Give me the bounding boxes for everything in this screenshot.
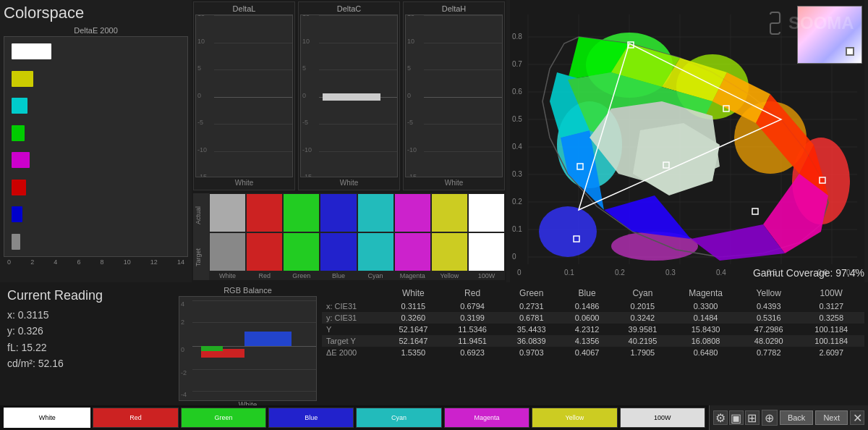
delta-chart-l: DeltaL 151050-5-10-15 White — [193, 1, 295, 190]
svg-text:0.8: 0.8 — [512, 33, 522, 41]
grid-line — [214, 151, 292, 152]
x-axis-label: 6 — [77, 258, 80, 266]
svg-text:0.1: 0.1 — [564, 269, 574, 277]
bar-row — [12, 68, 184, 90]
color-bar — [12, 43, 51, 59]
table-cell: 0.1486 — [561, 300, 613, 312]
table-cell: 0.0600 — [561, 312, 613, 324]
deltae-label: DeltaE 2000 — [4, 26, 188, 35]
svg-text:0: 0 — [517, 269, 522, 277]
color-button[interactable]: Red — [93, 408, 178, 428]
rgb-blue-bar — [244, 332, 292, 346]
svg-text:0.3: 0.3 — [665, 269, 676, 277]
x-axis-label: 0 — [7, 258, 11, 266]
table-header — [322, 286, 384, 300]
color-button[interactable]: Cyan — [356, 408, 441, 428]
table-cell: 4.2312 — [561, 324, 613, 335]
table-cell: 0.2731 — [502, 300, 561, 312]
table-cell: 0.9703 — [502, 347, 561, 358]
swatch-actual — [394, 193, 431, 232]
swatch-actual — [357, 193, 394, 232]
table-cell: 0.6781 — [502, 312, 561, 324]
color-bar — [12, 125, 25, 141]
y-axis-label: -15 — [302, 173, 312, 177]
table-cell: 0.3127 — [799, 300, 864, 312]
layout-icon[interactable]: ⊞ — [745, 410, 760, 425]
back-button[interactable]: Back — [780, 410, 813, 425]
y-axis-label: 10 — [197, 38, 205, 45]
swatch-target — [468, 232, 505, 271]
grid-line — [424, 124, 502, 125]
delta-chart-c: DeltaC 151050-5-10-15 White — [298, 1, 400, 190]
svg-text:0.1: 0.1 — [512, 225, 522, 233]
color-button[interactable]: Blue — [268, 408, 354, 428]
x-axis-label: 10 — [124, 258, 131, 266]
swatch-label: White — [209, 271, 246, 280]
delta-c-bar — [323, 93, 380, 101]
y-axis-label: -5 — [407, 119, 413, 126]
swatch-target — [394, 232, 431, 271]
swatch-actual — [209, 193, 246, 232]
bar-row — [12, 41, 184, 62]
x-axis-label: 8 — [101, 258, 104, 266]
color-button[interactable]: 100W — [620, 408, 705, 428]
y-axis-label: -10 — [197, 146, 207, 153]
reading-x: x: 0.3115 — [7, 307, 170, 323]
table-cell: 0.3199 — [443, 312, 502, 324]
rgb-chart: 4 2 0 -2 -4 — [179, 296, 317, 401]
table-row: Target Y52.164711.945136.08394.135640.21… — [322, 335, 864, 347]
table-cell: 2.6097 — [799, 347, 864, 358]
swatch-target — [357, 232, 394, 271]
zoom-icon[interactable]: ⊕ — [762, 410, 778, 426]
table-cell: 16.0808 — [672, 335, 739, 347]
monitor-icon[interactable]: ▣ — [729, 410, 744, 425]
table-cell: 0.3300 — [672, 300, 739, 312]
grid-line — [424, 69, 502, 70]
color-bar — [12, 98, 27, 114]
table-cell: 40.2195 — [613, 335, 673, 347]
table-cell: 11.5346 — [443, 324, 502, 335]
y-axis-label: -15 — [407, 173, 417, 177]
table-cell: 4.1356 — [561, 335, 613, 347]
table-cell: 0.3115 — [384, 300, 443, 312]
table-cell: 35.4433 — [502, 324, 561, 335]
next-button[interactable]: Next — [815, 410, 848, 425]
color-button[interactable]: Green — [181, 408, 266, 428]
table-cell: 48.0290 — [739, 335, 799, 347]
swatch-label: Magenta — [394, 271, 431, 280]
y-axis-label: 0 — [407, 92, 411, 99]
svg-text:0.7: 0.7 — [512, 60, 522, 68]
x-axis-label: 14 — [177, 258, 184, 266]
row-label: ΔE 2000 — [322, 347, 384, 358]
table-cell: 52.1647 — [384, 324, 443, 335]
svg-text:0: 0 — [512, 253, 516, 261]
bar-row — [12, 149, 184, 171]
table-header: White — [384, 286, 443, 300]
y-axis-label: 15 — [407, 14, 414, 17]
grid-line — [424, 97, 502, 98]
table-cell: 0.6480 — [672, 347, 739, 358]
table-row: y: CIE310.32600.31990.67810.06000.32420.… — [322, 312, 864, 324]
grid-line — [424, 15, 502, 16]
table-cell: 0.5316 — [739, 312, 799, 324]
close-icon[interactable]: ✕ — [850, 410, 864, 425]
swatch-target — [283, 232, 320, 271]
settings-icon[interactable]: ⚙ — [713, 410, 728, 425]
swatch-label: Red — [246, 271, 283, 280]
color-button[interactable]: Magenta — [444, 408, 529, 428]
table-cell: 1.5350 — [384, 347, 443, 358]
delta-c-bottom: White — [299, 179, 399, 187]
table-cell: 0.1484 — [672, 312, 739, 324]
svg-text:0.5: 0.5 — [512, 115, 522, 123]
swatch-actual — [320, 193, 357, 232]
svg-text:0.3: 0.3 — [512, 170, 522, 178]
main-container: Colorspace DeltaE 2000 02468101214 Delta… — [0, 0, 868, 430]
rgb-green-bar — [201, 346, 223, 351]
table-cell: 100.1184 — [799, 335, 864, 347]
grid-line — [424, 43, 502, 43]
color-button[interactable]: Yellow — [532, 408, 617, 428]
color-button[interactable]: White — [4, 408, 90, 428]
table-cell: 0.7782 — [739, 347, 799, 358]
y-axis-label: 0 — [302, 92, 306, 99]
svg-text:0.4: 0.4 — [716, 269, 726, 277]
